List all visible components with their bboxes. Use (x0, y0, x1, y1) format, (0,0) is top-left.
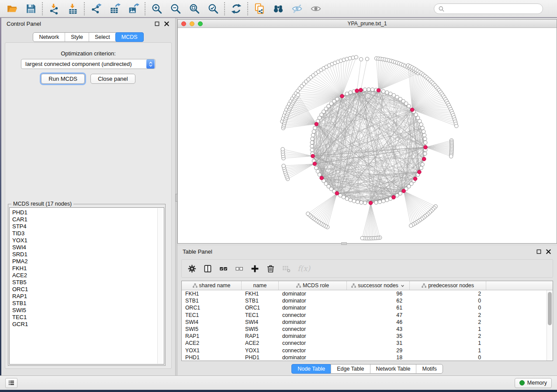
import-table-button[interactable] (63, 1, 82, 16)
network-window-titlebar[interactable]: YPA_prune.txt_1 (178, 20, 557, 28)
table-cell: 61 (347, 305, 410, 311)
mcds-result-item[interactable]: STB5 (10, 279, 164, 286)
search-icon (438, 6, 445, 12)
table-row[interactable]: SWI4SWI4dominator462 (182, 319, 547, 326)
table-panel-title: Table Panel (183, 248, 212, 255)
save-session-button[interactable] (21, 1, 40, 16)
close-panel-button[interactable] (163, 21, 170, 27)
zoom-in-button[interactable] (147, 1, 166, 16)
mcds-result-item[interactable]: SRD1 (10, 251, 164, 258)
mcds-result-item[interactable]: GCR1 (10, 321, 164, 328)
panel-divider-horizontal[interactable] (341, 242, 347, 245)
mcds-result-item[interactable]: TEC1 (10, 314, 164, 321)
column-header-predecessor-nodes[interactable]: predecessor nodes (410, 281, 486, 290)
table-row[interactable]: YOX1YOX1connector291 (182, 347, 547, 354)
table-row[interactable]: FKH1FKH1dominator962 (182, 290, 547, 297)
tab-edge-table[interactable]: Edge Table (331, 364, 370, 373)
save-session-icon (25, 3, 37, 14)
eye-hidden-button[interactable] (287, 1, 306, 16)
export-image-button[interactable] (124, 1, 143, 16)
table-cell: YOX1 (182, 347, 242, 354)
mcds-result-list[interactable]: PHD1CAR1STP4TID3YOX1SWI4SRD1PMA2FKH1ACE2… (9, 207, 164, 364)
table-row[interactable]: PHD1PHD1dominator180 (182, 354, 547, 361)
mcds-result-item[interactable]: STP4 (10, 223, 164, 230)
toolbar-separator (42, 2, 43, 15)
mcds-result-item[interactable]: ORC1 (10, 286, 164, 293)
deselect-all-rows-button[interactable] (235, 264, 244, 273)
select-stepper-icon (146, 59, 155, 69)
table-row[interactable]: ORC1ORC1dominator610 (182, 304, 547, 311)
column-header-shared-name[interactable]: shared name (182, 281, 242, 290)
search-input[interactable] (446, 5, 539, 12)
close-panel-action-button[interactable]: Close panel (90, 74, 135, 84)
binoculars-button[interactable] (269, 1, 287, 16)
zoom-fit-button[interactable] (185, 1, 204, 16)
result-list-scrollbar[interactable] (157, 208, 163, 364)
refresh-view-button[interactable] (227, 1, 246, 16)
delete-table-button[interactable] (282, 264, 291, 273)
table-row[interactable]: TEC1TEC1connector472 (182, 312, 547, 319)
show-columns-button[interactable] (203, 264, 212, 273)
network-canvas[interactable] (178, 28, 557, 244)
open-file-button[interactable] (3, 1, 21, 16)
mcds-result-item[interactable]: YOX1 (10, 237, 164, 244)
search-field[interactable] (434, 3, 543, 14)
scrollbar-thumb[interactable] (548, 292, 552, 325)
close-table-panel-button[interactable] (545, 248, 552, 255)
mcds-result-item[interactable]: FKH1 (10, 265, 164, 272)
export-table-button[interactable] (105, 1, 124, 16)
tab-mcds[interactable]: MCDS (115, 32, 144, 42)
gear-icon (187, 264, 197, 273)
float-table-panel-button[interactable] (536, 248, 542, 255)
clone-network-button[interactable] (250, 1, 269, 16)
criterion-select[interactable]: largest connected component (undirected) (21, 59, 156, 69)
mcds-result-item[interactable]: PMA2 (10, 258, 164, 265)
function-builder-button[interactable]: f(x) (298, 264, 310, 273)
zoom-selected-button[interactable] (204, 1, 222, 16)
create-column-button[interactable] (250, 264, 259, 273)
mcds-result-item[interactable]: SWI4 (10, 244, 164, 251)
zoom-out-button[interactable] (166, 1, 185, 16)
mcds-result-item[interactable]: SWI5 (10, 307, 164, 314)
delete-columns-button[interactable] (266, 264, 275, 273)
column-header-name[interactable]: name (242, 281, 279, 290)
export-network-button[interactable] (86, 1, 105, 16)
column-type-icon (422, 283, 426, 288)
tab-motifs[interactable]: Motifs (416, 364, 442, 373)
eye-hidden-icon (291, 3, 303, 14)
mcds-result-item[interactable]: CAR1 (10, 216, 164, 223)
tab-node-table[interactable]: Node Table (291, 364, 331, 374)
table-scrollbar[interactable] (547, 290, 553, 361)
mcds-result-item[interactable]: RAP1 (10, 293, 164, 300)
table-row[interactable]: RAP1RAP1dominator352 (182, 333, 547, 340)
table-row[interactable]: ACE2ACE2connector311 (182, 340, 547, 347)
tab-network-table[interactable]: Network Table (370, 364, 416, 373)
tab-network[interactable]: Network (33, 33, 65, 41)
memory-button[interactable]: Memory (515, 378, 552, 388)
table-cell: 43 (347, 326, 410, 332)
mcds-result-item[interactable]: ACE2 (10, 272, 164, 279)
column-header-MCDS-role[interactable]: MCDS role (279, 281, 347, 290)
float-panel-button[interactable] (154, 21, 160, 27)
tab-select[interactable]: Select (89, 33, 116, 41)
mcds-result-item[interactable]: STB1 (10, 300, 164, 307)
select-all-rows-button[interactable] (219, 264, 228, 273)
table-cell: 0 (410, 354, 486, 361)
table-row[interactable]: STB1STB1dominator620 (182, 297, 547, 304)
task-history-button[interactable] (5, 378, 17, 388)
table-toolbar: f(x) (181, 259, 553, 278)
eye-shown-button[interactable] (306, 1, 325, 16)
table-cell: 0 (410, 298, 486, 304)
run-mcds-button[interactable]: Run MCDS (41, 74, 85, 84)
import-network-button[interactable] (45, 1, 63, 16)
mcds-result-item[interactable]: TID3 (10, 230, 164, 237)
mcds-result-item[interactable]: PHD1 (10, 209, 164, 216)
table-mode-button[interactable] (187, 264, 197, 273)
control-panel: Control Panel NetworkStyleSelectMCDS Opt… (1, 18, 175, 375)
table-row[interactable]: SWI5SWI5connector431 (182, 326, 547, 333)
column-header-successor-nodes[interactable]: successor nodes (347, 281, 410, 290)
table-cell: STB1 (242, 298, 279, 304)
mcds-result-group: MCDS result (17 nodes) PHD1CAR1STP4TID3Y… (8, 204, 166, 366)
table-cell: 1 (410, 347, 486, 354)
tab-style[interactable]: Style (65, 33, 89, 41)
